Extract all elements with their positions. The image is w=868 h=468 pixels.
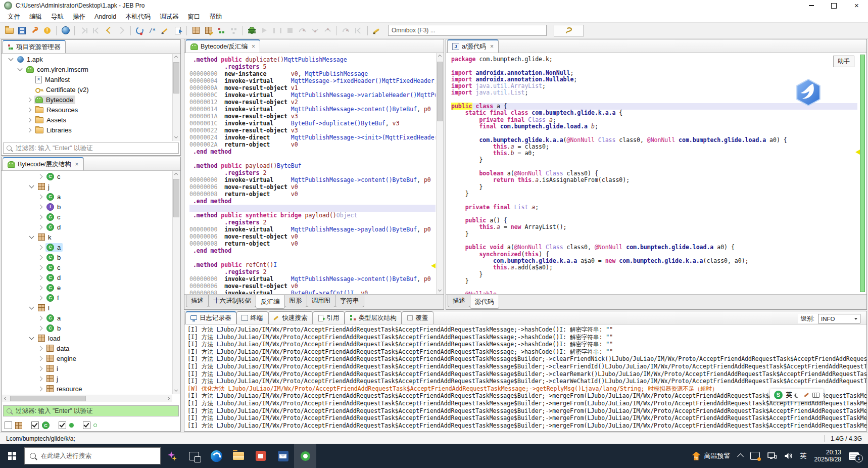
maximize-button[interactable] xyxy=(823,0,845,11)
menu-item-导航[interactable]: 导航 xyxy=(46,11,68,23)
tree-item-c[interactable]: Cc xyxy=(2,212,172,222)
unchecked-checkbox-icon[interactable] xyxy=(5,422,12,429)
expander-icon[interactable] xyxy=(38,295,43,300)
tree-item-data[interactable]: data xyxy=(2,343,172,353)
expander-icon[interactable] xyxy=(38,366,43,371)
hierarchy-filter-input[interactable] xyxy=(15,407,175,415)
navigate-forward-button[interactable] xyxy=(115,24,128,36)
tree-item-1.apk[interactable]: 1.apk xyxy=(2,54,172,64)
taskbar-clock[interactable]: 20:13 2025/8/28 xyxy=(814,449,841,463)
view-tab-描述[interactable]: 描述 xyxy=(448,295,470,307)
omnibox-input[interactable] xyxy=(388,25,547,36)
tree-item-Resources[interactable]: Resources xyxy=(2,105,172,115)
tree-item-engine[interactable]: engine xyxy=(2,353,172,363)
tab-bytecode-disassembly[interactable]: Bytecode/反汇编 xyxy=(185,39,260,53)
input-language-indicator[interactable]: 英 xyxy=(800,451,807,460)
expander-icon[interactable] xyxy=(38,315,43,320)
minimize-button[interactable] xyxy=(800,0,823,11)
expander-icon[interactable] xyxy=(38,255,43,260)
legend-filter-fields[interactable] xyxy=(83,422,97,429)
goto-end-button[interactable] xyxy=(90,24,103,36)
checked-checkbox-icon[interactable] xyxy=(83,422,90,429)
scroll-down-arrow[interactable] xyxy=(437,288,443,294)
tree-item-j[interactable]: j xyxy=(2,373,172,384)
taskbar-app-edge[interactable] xyxy=(205,444,227,468)
legend-filter-methods[interactable] xyxy=(59,422,74,429)
scroll-left-arrow[interactable] xyxy=(2,395,9,402)
disassembly-scrollbar[interactable] xyxy=(436,53,444,294)
ime-language-indicator[interactable]: 英 xyxy=(786,391,792,399)
expander-icon[interactable] xyxy=(27,127,32,132)
expander-icon[interactable] xyxy=(38,194,43,199)
taskbar-app-store[interactable] xyxy=(250,444,272,468)
expander-icon[interactable] xyxy=(38,224,43,229)
tree-item-resource[interactable]: resource xyxy=(2,384,172,394)
volume-tray-icon[interactable] xyxy=(784,452,793,459)
weather-alert[interactable]: °C 高温预警 xyxy=(692,451,731,460)
checked-checkbox-icon[interactable] xyxy=(31,422,39,429)
package-edit-button[interactable] xyxy=(202,24,215,36)
tab-引用[interactable]: 引用 xyxy=(313,311,345,324)
view-tab-源代码[interactable]: 源代码 xyxy=(470,295,499,309)
taskbar-app-file-explorer[interactable] xyxy=(227,444,250,468)
expander-icon[interactable] xyxy=(29,335,34,340)
tree-item-j[interactable]: j xyxy=(2,181,172,192)
tree-item-b[interactable]: Ib xyxy=(2,202,172,212)
tab-终端[interactable]: 终端 xyxy=(236,311,268,324)
tree-item-Certificate (v2)[interactable]: Certificate (v2) xyxy=(2,84,172,95)
hierarchy-tree[interactable]: CcjCaIbCcCdkCaCbCcCdCeCflCaCbloaddataeng… xyxy=(2,171,172,394)
tree-item-Manifest[interactable]: XManifest xyxy=(2,74,172,84)
graph-button[interactable] xyxy=(227,24,240,36)
expander-icon[interactable] xyxy=(38,356,43,361)
tab-source-code[interactable]: J a/源代码 xyxy=(447,39,499,53)
taskbar-search-input[interactable] xyxy=(40,452,155,460)
expander-icon[interactable] xyxy=(29,183,34,188)
refresh-button[interactable] xyxy=(133,24,146,36)
menu-item-操作[interactable]: 操作 xyxy=(68,11,90,23)
close-tab-icon[interactable] xyxy=(252,43,255,50)
alerts-button[interactable] xyxy=(41,24,54,36)
expander-icon[interactable] xyxy=(27,97,32,102)
export-button[interactable] xyxy=(171,24,184,36)
taskbar-app-assistant-sparkle[interactable] xyxy=(161,444,183,468)
debugger-stop-button[interactable] xyxy=(283,24,296,36)
tree-item-d[interactable]: Cd xyxy=(2,272,172,283)
expander-icon[interactable] xyxy=(9,56,14,61)
expander-icon[interactable] xyxy=(38,204,43,209)
scrollbar-thumb[interactable] xyxy=(173,62,179,93)
checked-checkbox-icon[interactable] xyxy=(59,422,66,429)
disassembly-view[interactable]: .method public duplicate()MqttPublishMes… xyxy=(184,53,444,294)
legend-filter-packages[interactable] xyxy=(5,422,22,429)
menu-item-文件[interactable]: 文件 xyxy=(3,11,25,23)
step-out-button[interactable] xyxy=(321,24,334,36)
properties-button[interactable] xyxy=(28,24,41,36)
tab-bytecode-hierarchy[interactable]: Bytecode/层次结构 xyxy=(3,157,84,170)
tab-覆盖[interactable]: 覆盖 xyxy=(402,311,433,324)
scroll-up-arrow[interactable] xyxy=(437,53,443,60)
debugger-run-button[interactable] xyxy=(258,24,271,36)
expander-icon[interactable] xyxy=(38,285,43,290)
tree-item-a[interactable]: Ca xyxy=(2,192,172,202)
sogou-logo-icon[interactable]: S xyxy=(774,391,783,399)
expander-icon[interactable] xyxy=(38,346,43,351)
menu-item-本机代码[interactable]: 本机代码 xyxy=(121,11,155,23)
tab-快速搜索[interactable]: 快速搜索 xyxy=(268,311,313,324)
expander-icon[interactable] xyxy=(38,265,43,270)
tree-item-b[interactable]: Cb xyxy=(2,252,172,262)
scroll-up-arrow[interactable] xyxy=(173,54,179,61)
scrollbar-thumb[interactable] xyxy=(437,62,443,121)
close-button[interactable] xyxy=(845,0,868,11)
scroll-down-arrow[interactable] xyxy=(173,134,179,141)
tree-item-Bytecode[interactable]: Bytecode xyxy=(2,95,172,105)
handwriting-icon[interactable] xyxy=(804,393,808,397)
expander-icon[interactable] xyxy=(38,245,43,250)
expander-icon[interactable] xyxy=(29,304,34,309)
menu-item-窗口[interactable]: 窗口 xyxy=(183,11,205,23)
project-tree-scrollbar[interactable] xyxy=(172,54,180,141)
close-tab-icon[interactable] xyxy=(75,161,79,168)
expander-icon[interactable] xyxy=(27,107,32,112)
hidden-icons-chevron[interactable] xyxy=(737,453,744,460)
disassembly-code[interactable]: .method public duplicate()MqttPublishMes… xyxy=(184,53,436,294)
tab-日志记录器[interactable]: 日志记录器 xyxy=(185,311,236,324)
web-button[interactable] xyxy=(59,24,72,36)
